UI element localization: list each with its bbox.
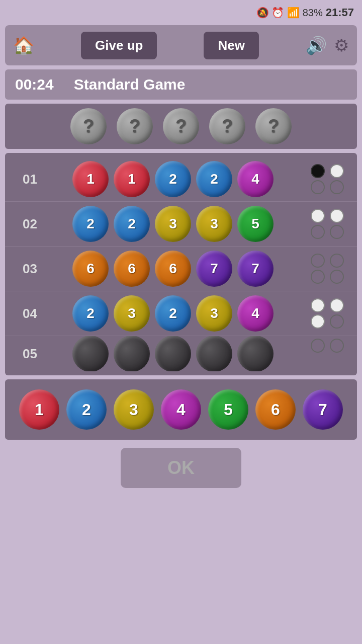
guess-row-05: 05 bbox=[5, 336, 357, 371]
peg-04-2 bbox=[330, 298, 344, 312]
sound-button[interactable]: 🔊 bbox=[306, 35, 327, 55]
selector-6[interactable]: 6 bbox=[255, 389, 296, 430]
ball-04-4[interactable]: 3 bbox=[196, 295, 232, 332]
peg-01-1 bbox=[311, 164, 325, 178]
ball-03-5[interactable]: 7 bbox=[237, 251, 274, 287]
status-bar: 🔕 ⏰ 📶 83% 21:57 bbox=[0, 0, 362, 25]
peg-05-1 bbox=[311, 339, 325, 353]
peg-04-4 bbox=[330, 314, 344, 329]
selector-3[interactable]: 3 bbox=[114, 389, 154, 430]
ball-02-1[interactable]: 2 bbox=[72, 206, 109, 242]
row-number-02: 02 bbox=[13, 216, 37, 232]
secret-slot-5: ? bbox=[255, 108, 292, 144]
ball-04-1[interactable]: 2 bbox=[72, 295, 109, 332]
selector-7[interactable]: 7 bbox=[303, 389, 343, 430]
peg-02-3 bbox=[311, 225, 325, 239]
ball-02-5[interactable]: 5 bbox=[237, 206, 274, 242]
row-number-01: 01 bbox=[13, 172, 37, 187]
peg-03-2 bbox=[330, 254, 344, 268]
peg-02-4 bbox=[330, 225, 344, 239]
row-number-05: 05 bbox=[13, 346, 37, 362]
selector-5[interactable]: 5 bbox=[208, 389, 248, 430]
ball-01-4[interactable]: 2 bbox=[196, 161, 232, 197]
home-button[interactable]: 🏠 bbox=[13, 35, 34, 55]
toolbar-right-icons: 🔊 ⚙ bbox=[306, 35, 349, 55]
ball-05-5[interactable] bbox=[237, 336, 274, 371]
peg-03-1 bbox=[311, 254, 325, 268]
timer-value: 00:24 bbox=[15, 76, 54, 93]
peg-01-3 bbox=[311, 180, 325, 194]
timer-bar: 00:24 Standard Game bbox=[5, 69, 357, 100]
ball-03-3[interactable]: 6 bbox=[155, 251, 191, 287]
ball-03-1[interactable]: 6 bbox=[72, 251, 109, 287]
row-number-03: 03 bbox=[13, 261, 37, 277]
secret-slot-1: ? bbox=[70, 108, 107, 144]
ball-05-1[interactable] bbox=[72, 336, 109, 371]
give-up-button[interactable]: Give up bbox=[81, 32, 157, 59]
ball-05-3[interactable] bbox=[155, 336, 191, 371]
peg-01-2 bbox=[330, 164, 344, 178]
feedback-05 bbox=[309, 337, 349, 371]
time-text: 21:57 bbox=[326, 6, 354, 19]
ball-04-5[interactable]: 4 bbox=[237, 295, 274, 332]
row-02-balls: 2 2 3 3 5 bbox=[41, 206, 305, 242]
settings-button[interactable]: ⚙ bbox=[334, 35, 349, 55]
game-mode: Standard Game bbox=[74, 76, 186, 93]
guess-row-01: 01 1 1 2 2 4 bbox=[5, 157, 357, 202]
guess-row-04: 04 2 3 2 3 4 bbox=[5, 291, 357, 336]
guess-row-02: 02 2 2 3 3 5 bbox=[5, 202, 357, 247]
secret-slot-2: ? bbox=[117, 108, 153, 144]
secret-slot-4: ? bbox=[209, 108, 245, 144]
feedback-02 bbox=[309, 207, 349, 241]
feedback-04 bbox=[309, 296, 349, 331]
status-icons: 🔕 ⏰ 📶 bbox=[256, 7, 300, 19]
feedback-01 bbox=[309, 162, 349, 196]
feedback-03 bbox=[309, 252, 349, 286]
ball-02-2[interactable]: 2 bbox=[114, 206, 150, 242]
ball-04-2[interactable]: 3 bbox=[114, 295, 150, 332]
secret-slot-3: ? bbox=[163, 108, 199, 144]
peg-05-2 bbox=[330, 339, 344, 353]
peg-04-3 bbox=[311, 314, 325, 329]
row-03-balls: 6 6 6 7 7 bbox=[41, 251, 305, 287]
peg-02-2 bbox=[330, 209, 344, 223]
ball-02-3[interactable]: 3 bbox=[155, 206, 191, 242]
toolbar: 🏠 Give up New 🔊 ⚙ bbox=[5, 25, 357, 65]
ball-01-3[interactable]: 2 bbox=[155, 161, 191, 197]
ball-05-2[interactable] bbox=[114, 336, 150, 371]
guess-rows-area: 01 1 1 2 2 4 02 2 2 3 3 5 bbox=[5, 153, 357, 375]
row-01-balls: 1 1 2 2 4 bbox=[41, 161, 305, 197]
row-number-04: 04 bbox=[13, 306, 37, 321]
peg-03-4 bbox=[330, 270, 344, 284]
ball-04-3[interactable]: 2 bbox=[155, 295, 191, 332]
peg-02-1 bbox=[311, 209, 325, 223]
selector-2[interactable]: 2 bbox=[66, 389, 107, 430]
selector-1[interactable]: 1 bbox=[19, 389, 59, 430]
ball-03-2[interactable]: 6 bbox=[114, 251, 150, 287]
ball-05-4[interactable] bbox=[196, 336, 232, 371]
ball-03-4[interactable]: 7 bbox=[196, 251, 232, 287]
number-selector: 1 2 3 4 5 6 7 bbox=[5, 379, 357, 440]
peg-01-4 bbox=[330, 180, 344, 194]
guess-row-03: 03 6 6 6 7 7 bbox=[5, 247, 357, 291]
selector-4[interactable]: 4 bbox=[161, 389, 201, 430]
ball-01-1[interactable]: 1 bbox=[72, 161, 109, 197]
ok-button[interactable]: OK bbox=[121, 448, 241, 488]
ball-02-4[interactable]: 3 bbox=[196, 206, 232, 242]
peg-03-3 bbox=[311, 270, 325, 284]
secret-row: ? ? ? ? ? bbox=[5, 104, 357, 149]
ball-01-5[interactable]: 4 bbox=[237, 161, 274, 197]
row-04-balls: 2 3 2 3 4 bbox=[41, 295, 305, 332]
ball-01-2[interactable]: 1 bbox=[114, 161, 150, 197]
new-button[interactable]: New bbox=[204, 32, 258, 59]
row-05-balls bbox=[41, 336, 305, 371]
battery-text: 83% bbox=[303, 7, 323, 19]
peg-04-1 bbox=[311, 298, 325, 312]
